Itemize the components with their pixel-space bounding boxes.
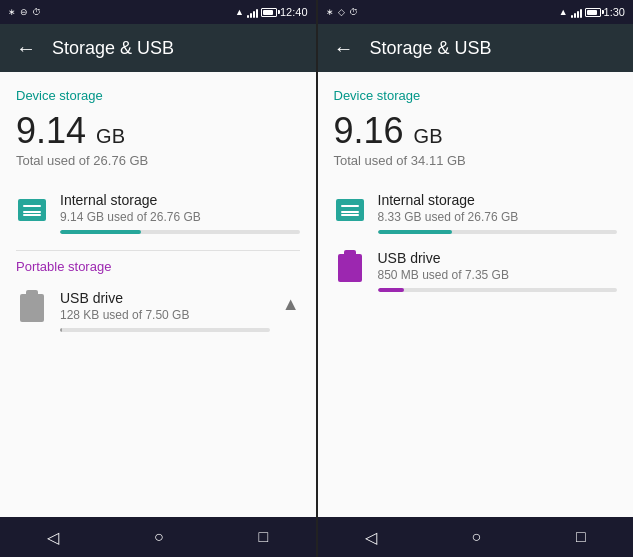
status-right-right: ▲ 1:30 [559,6,625,18]
signal-bar-4 [256,9,258,18]
nav-home-left[interactable]: ○ [138,520,180,554]
nav-recent-right[interactable]: □ [560,520,602,554]
signal-icon-l: ▲ [235,7,244,17]
section-divider-left [16,250,300,251]
battery-icon-left [261,8,277,17]
nav-bar-right: ◁ ○ □ [318,517,634,557]
minus-icon: ⊖ [20,7,28,17]
signal-bar-r1 [571,15,573,18]
internal-storage-icon-right [334,194,366,226]
internal-icon-shape-right [336,199,364,221]
internal-progress-container-right [378,230,618,234]
storage-total-left: Total used of 26.76 GB [16,153,300,168]
usb-icon-shape-right [338,254,362,282]
back-button-right[interactable]: ← [334,37,354,60]
back-button-left[interactable]: ← [16,37,36,60]
battery-icon-right [585,8,601,17]
usb-drive-icon-left [16,292,48,324]
usb-drive-name-left: USB drive [60,290,270,306]
dropbox-icon-r: ◇ [338,7,345,17]
storage-size-right: 9.16 GB [334,111,618,151]
usb-drive-item-left[interactable]: USB drive 128 KB used of 7.50 GB ▲ [16,282,300,340]
signal-icon-r: ▲ [559,7,568,17]
eject-icon-left[interactable]: ▲ [282,294,300,315]
usb-progress-container-right [378,288,618,292]
status-right-left: ▲ 12:40 [235,6,307,18]
internal-storage-name-left: Internal storage [60,192,300,208]
phone-panel-left: ∗ ⊖ ⏱ ▲ 12:40 ← Storage & USB Device sto… [0,0,316,557]
usb-progress-fill-right [378,288,404,292]
alarm-icon-r: ⏱ [349,7,358,17]
internal-storage-item-left[interactable]: Internal storage 9.14 GB used of 26.76 G… [16,184,300,242]
usb-progress-fill-left [60,328,62,332]
status-bar-left: ∗ ⊖ ⏱ ▲ 12:40 [0,0,316,24]
signal-bars-left [247,6,258,18]
alarm-icon: ⏱ [32,7,41,17]
signal-bar-r3 [577,11,579,18]
device-storage-label-right: Device storage [334,88,618,103]
signal-bar-1 [247,15,249,18]
status-time-left: 12:40 [280,6,308,18]
content-left: Device storage 9.14 GB Total used of 26.… [0,72,316,517]
top-bar-left: ← Storage & USB [0,24,316,72]
signal-bar-r4 [580,9,582,18]
internal-progress-fill-left [60,230,141,234]
content-right: Device storage 9.16 GB Total used of 34.… [318,72,634,517]
nav-home-right[interactable]: ○ [456,520,498,554]
internal-storage-detail-right: 8.33 GB used of 26.76 GB [378,210,618,224]
internal-storage-info-right: Internal storage 8.33 GB used of 26.76 G… [378,192,618,234]
internal-storage-info-left: Internal storage 9.14 GB used of 26.76 G… [60,192,300,234]
page-title-right: Storage & USB [370,38,492,59]
signal-bar-r2 [574,13,576,18]
usb-drive-detail-left: 128 KB used of 7.50 GB [60,308,270,322]
icon-line-right [341,214,359,216]
battery-fill-right [587,10,597,15]
internal-progress-fill-right [378,230,452,234]
status-time-right: 1:30 [604,6,625,18]
phone-panel-right: ∗ ◇ ⏱ ▲ 1:30 ← Storage & USB Device stor… [318,0,634,557]
storage-size-unit-right: GB [414,125,443,147]
nav-back-left[interactable]: ◁ [31,520,75,555]
storage-size-unit-left: GB [96,125,125,147]
usb-drive-detail-right: 850 MB used of 7.35 GB [378,268,618,282]
nav-recent-left[interactable]: □ [242,520,284,554]
nav-bar-left: ◁ ○ □ [0,517,316,557]
storage-size-value-left: 9.14 [16,110,86,151]
bluetooth-icon: ∗ [8,7,16,17]
icon-line-left [23,214,41,216]
internal-storage-name-right: Internal storage [378,192,618,208]
usb-drive-icon-right [334,252,366,284]
internal-icon-shape-left [18,199,46,221]
bluetooth-icon-r: ∗ [326,7,334,17]
battery-fill-left [263,10,273,15]
internal-storage-icon-left [16,194,48,226]
internal-storage-detail-left: 9.14 GB used of 26.76 GB [60,210,300,224]
device-storage-label-left: Device storage [16,88,300,103]
signal-bar-2 [250,13,252,18]
usb-drive-item-right[interactable]: USB drive 850 MB used of 7.35 GB [334,242,618,300]
usb-icon-shape-left [20,294,44,322]
storage-size-left: 9.14 GB [16,111,300,151]
internal-progress-container-left [60,230,300,234]
usb-drive-info-right: USB drive 850 MB used of 7.35 GB [378,250,618,292]
status-icons-right: ∗ ◇ ⏱ [326,7,358,17]
internal-storage-item-right[interactable]: Internal storage 8.33 GB used of 26.76 G… [334,184,618,242]
page-title-left: Storage & USB [52,38,174,59]
status-bar-right: ∗ ◇ ⏱ ▲ 1:30 [318,0,634,24]
top-bar-right: ← Storage & USB [318,24,634,72]
storage-size-value-right: 9.16 [334,110,404,151]
signal-bars-right [571,6,582,18]
usb-progress-container-left [60,328,270,332]
status-icons-left: ∗ ⊖ ⏱ [8,7,41,17]
signal-bar-3 [253,11,255,18]
portable-storage-label-left: Portable storage [16,259,300,274]
storage-total-right: Total used of 34.11 GB [334,153,618,168]
usb-drive-info-left: USB drive 128 KB used of 7.50 GB [60,290,270,332]
nav-back-right[interactable]: ◁ [349,520,393,555]
usb-drive-name-right: USB drive [378,250,618,266]
